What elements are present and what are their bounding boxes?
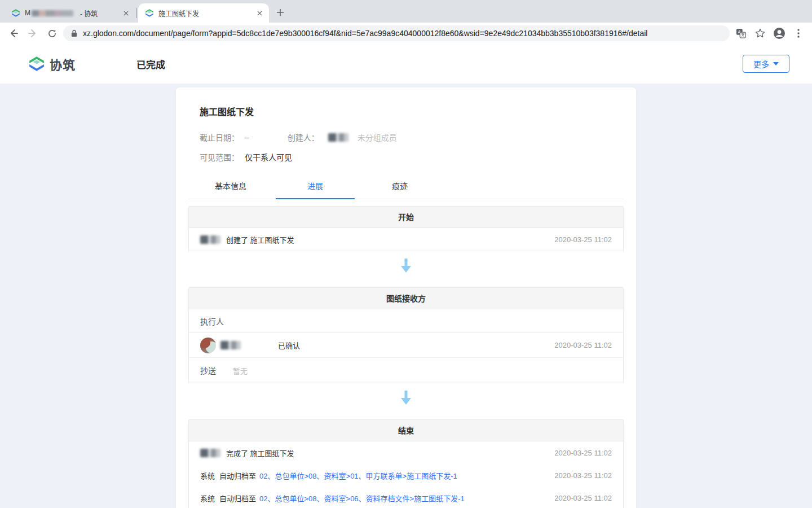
row-action-text: 完成了 施工图纸下发 xyxy=(226,448,294,458)
executor-label: 执行人 xyxy=(200,316,224,327)
row-action-text: 自动归档至 xyxy=(219,493,256,503)
redacted-user-name xyxy=(200,449,220,457)
creator-label: 创建人： xyxy=(288,132,319,143)
tab-separator xyxy=(136,8,137,18)
url-text: xz.glodon.com/document/page/form?appid=5… xyxy=(83,29,647,38)
redacted-project-name xyxy=(32,10,73,16)
site-favicon xyxy=(11,8,20,17)
app-logo[interactable]: 协筑 xyxy=(28,55,76,73)
flow-arrow xyxy=(188,383,624,413)
cc-label: 抄送 xyxy=(200,365,216,376)
arrow-down-icon xyxy=(401,259,411,273)
refresh-icon[interactable] xyxy=(44,25,60,41)
bookmark-star-icon[interactable] xyxy=(752,25,768,41)
browser-tab-strip: M - 协筑 施工图纸下发 xyxy=(0,0,812,23)
visibility-label: 可见范围： xyxy=(200,151,239,163)
row-action-text: 创建了 施工图纸下发 xyxy=(226,234,294,245)
user-avatar xyxy=(200,338,216,353)
tab-traces[interactable]: 痕迹 xyxy=(358,175,442,199)
row-timestamp: 2020-03-25 11:02 xyxy=(543,449,612,457)
timeline-section-receiver: 图纸接收方 执行人 已确认 2020-03-25 11:02 抄送 暂无 xyxy=(188,287,624,383)
system-label: 系统 xyxy=(200,470,215,481)
archive-path-link[interactable]: 02、总包单位>08、资料室>01、甲方联系单>施工图纸下发-1 xyxy=(259,470,457,481)
timeline-section-start: 开始 创建了 施工图纸下发 2020-03-25 11:02 xyxy=(188,206,624,251)
app-header: 协筑 已完成 更多 xyxy=(0,44,812,84)
xiezhu-logo-icon xyxy=(28,55,45,72)
executor-confirm-row: 已确认 2020-03-25 11:02 xyxy=(189,333,623,358)
section-title: 图纸接收方 xyxy=(189,288,623,309)
address-bar[interactable]: xz.glodon.com/document/page/form?appid=5… xyxy=(63,25,730,41)
timeline-section-end: 结束 完成了 施工图纸下发 2020-03-25 11:02 系统 自动归档至 … xyxy=(188,419,624,508)
back-icon[interactable] xyxy=(6,25,21,41)
tab-title: 施工图纸下发 xyxy=(158,8,250,18)
browser-tab-active[interactable]: 施工图纸下发 xyxy=(138,3,269,23)
forward-icon[interactable] xyxy=(25,25,41,41)
cc-value: 暂无 xyxy=(233,365,248,376)
executor-label-row: 执行人 xyxy=(189,309,623,333)
row-timestamp: 2020-03-25 11:02 xyxy=(543,471,612,480)
tab-close-icon[interactable] xyxy=(254,8,264,18)
document-title: 施工图纸下发 xyxy=(200,104,612,118)
redacted-creator-name xyxy=(328,133,348,142)
detail-card: 施工图纸下发 截止日期： – 创建人： 未分组成员 可见范围： 仅干系人可见 基… xyxy=(176,87,636,508)
tab-basic-info[interactable]: 基本信息 xyxy=(188,175,273,199)
row-timestamp: 2020-03-25 11:02 xyxy=(543,341,612,349)
site-favicon xyxy=(145,8,154,17)
more-button[interactable]: 更多 xyxy=(743,55,789,73)
page-status-title: 已完成 xyxy=(136,57,165,71)
redacted-user-name xyxy=(220,341,241,349)
app-logo-text: 协筑 xyxy=(50,55,76,73)
system-label: 系统 xyxy=(200,493,215,503)
chevron-down-icon xyxy=(773,62,779,65)
meta-row-1: 截止日期： – 创建人： 未分组成员 xyxy=(200,132,612,143)
arrow-down-icon xyxy=(401,391,411,405)
section-title: 结束 xyxy=(189,420,623,441)
due-date-label: 截止日期： xyxy=(200,132,239,143)
page-background: 施工图纸下发 截止日期： – 创建人： 未分组成员 可见范围： 仅干系人可见 基… xyxy=(0,84,812,508)
section-title: 开始 xyxy=(189,207,623,228)
archive-path-link[interactable]: 02、总包单位>08、资料室>06、资料存档文件>施工图纸下发-1 xyxy=(259,493,465,503)
detail-tabs: 基本信息 进展 痕迹 xyxy=(188,175,624,199)
translate-icon[interactable]: A xyxy=(733,25,749,41)
lock-icon xyxy=(71,29,77,37)
tab-progress[interactable]: 进展 xyxy=(273,175,358,199)
profile-avatar-icon[interactable] xyxy=(771,25,787,41)
confirm-status: 已确认 xyxy=(278,340,300,351)
tab-title: M - 协筑 xyxy=(25,8,116,18)
tab-close-icon[interactable] xyxy=(121,8,131,18)
row-action-text: 自动归档至 xyxy=(219,470,256,481)
browser-menu-icon[interactable] xyxy=(791,25,806,41)
flow-arrow xyxy=(188,251,624,281)
row-timestamp: 2020-03-25 11:02 xyxy=(543,494,612,502)
browser-tab-project[interactable]: M - 协筑 xyxy=(5,3,135,23)
row-timestamp: 2020-03-25 11:02 xyxy=(543,235,612,244)
meta-row-2: 可见范围： 仅干系人可见 xyxy=(200,151,612,163)
timeline-row: 完成了 施工图纸下发 2020-03-25 11:02 xyxy=(189,441,623,464)
creator-group: 未分组成员 xyxy=(358,132,397,143)
due-date-value: – xyxy=(245,133,249,142)
new-tab-button[interactable] xyxy=(272,5,288,20)
browser-navbar: xz.glodon.com/document/page/form?appid=5… xyxy=(0,23,812,44)
timeline-row: 创建了 施工图纸下发 2020-03-25 11:02 xyxy=(189,228,623,251)
timeline-row: 系统 自动归档至 02、总包单位>08、资料室>06、资料存档文件>施工图纸下发… xyxy=(189,487,623,508)
cc-row: 抄送 暂无 xyxy=(189,358,623,383)
visibility-value: 仅干系人可见 xyxy=(245,151,292,163)
redacted-user-name xyxy=(200,235,220,244)
timeline-row: 系统 自动归档至 02、总包单位>08、资料室>01、甲方联系单>施工图纸下发-… xyxy=(189,464,623,487)
